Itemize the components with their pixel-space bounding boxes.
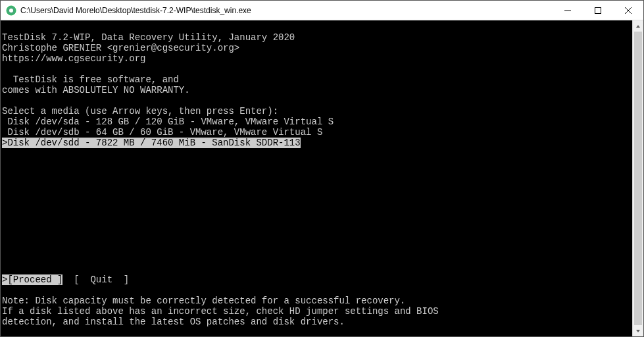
close-button[interactable] [613, 1, 643, 20]
scroll-down-button[interactable] [633, 325, 643, 336]
menu-quit[interactable]: [ Quit ] [62, 274, 129, 285]
note-line: If a disk listed above has an incorrect … [2, 306, 439, 317]
window-title: C:\Users\David Morelo\Desktop\testdisk-7… [20, 6, 553, 15]
minimize-button[interactable] [553, 1, 583, 20]
header-line: TestDisk 7.2-WIP, Data Recovery Utility,… [2, 32, 295, 43]
header-line: Christophe GRENIER <grenier@cgsecurity.o… [2, 43, 239, 53]
about-line: comes with ABSOLUTELY NO WARRANTY. [2, 85, 190, 95]
note-line: Note: Disk capacity must be correctly de… [2, 296, 405, 306]
note-line: detection, and install the latest OS pat… [2, 317, 345, 327]
svg-point-1 [9, 9, 13, 13]
vertical-scrollbar[interactable] [632, 20, 643, 336]
titlebar: C:\Users\David Morelo\Desktop\testdisk-7… [1, 1, 643, 20]
menu-proceed[interactable]: >[Proceed ] [2, 274, 62, 285]
header-line: https://www.cgsecurity.org [2, 53, 145, 64]
disk-item[interactable]: Disk /dev/sda - 128 GB / 120 GiB - VMwar… [2, 117, 334, 127]
svg-rect-3 [595, 7, 601, 13]
app-icon [6, 5, 16, 16]
client-area: TestDisk 7.2-WIP, Data Recovery Utility,… [1, 20, 643, 336]
scroll-thumb[interactable] [634, 32, 642, 325]
disk-item[interactable]: Disk /dev/sdb - 64 GB / 60 GiB - VMware,… [2, 127, 322, 138]
maximize-button[interactable] [583, 1, 613, 20]
window-controls [553, 1, 643, 20]
prompt-line: Select a media (use Arrow keys, then pre… [2, 106, 278, 117]
scroll-up-button[interactable] [633, 20, 643, 32]
console-output[interactable]: TestDisk 7.2-WIP, Data Recovery Utility,… [1, 20, 632, 336]
svg-marker-7 [636, 330, 640, 332]
svg-marker-6 [636, 25, 640, 28]
disk-item-selected[interactable]: >Disk /dev/sdd - 7822 MB / 7460 MiB - Sa… [2, 138, 301, 148]
about-line: TestDisk is free software, and [2, 74, 179, 85]
scroll-track[interactable] [633, 32, 643, 325]
